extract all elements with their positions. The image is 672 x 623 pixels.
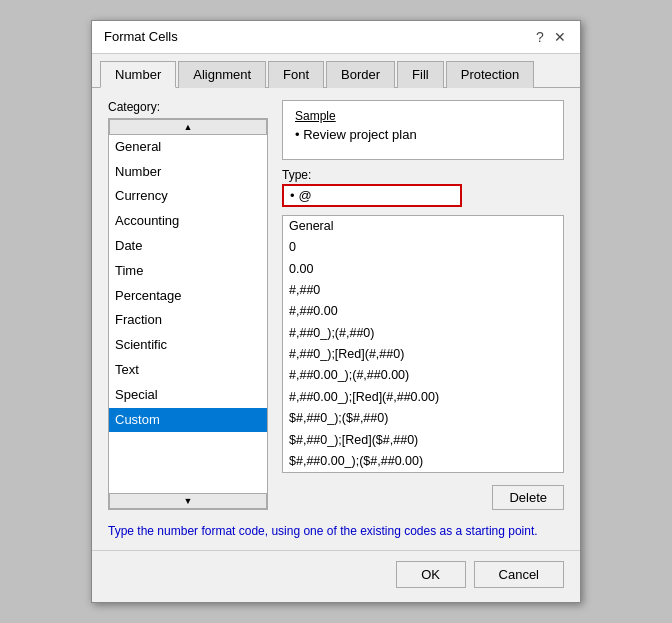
format-item[interactable]: $#,##0.00_);($#,##0.00) xyxy=(283,451,563,472)
sample-value: • Review project plan xyxy=(295,127,551,142)
dialog-footer: OK Cancel xyxy=(92,550,580,602)
category-item[interactable]: Scientific xyxy=(109,333,267,358)
category-item[interactable]: Percentage xyxy=(109,284,267,309)
left-panel: Category: ▲ GeneralNumberCurrencyAccount… xyxy=(108,100,268,511)
format-item[interactable]: 0.00 xyxy=(283,259,563,280)
cancel-button[interactable]: Cancel xyxy=(474,561,564,588)
format-item[interactable]: $#,##0_);($#,##0) xyxy=(283,408,563,429)
title-bar-controls: ? ✕ xyxy=(532,29,568,45)
hint-text: Type the number format code, using one o… xyxy=(108,520,564,538)
category-item[interactable]: Number xyxy=(109,160,267,185)
scroll-up-btn[interactable]: ▲ xyxy=(109,119,267,135)
category-label: Category: xyxy=(108,100,268,114)
format-item[interactable]: 0 xyxy=(283,237,563,258)
format-item[interactable]: #,##0 xyxy=(283,280,563,301)
close-button[interactable]: ✕ xyxy=(552,29,568,45)
type-bullet: • xyxy=(290,188,295,203)
sample-bullet: • xyxy=(295,127,303,142)
format-item[interactable]: #,##0_);(#,##0) xyxy=(283,323,563,344)
format-item[interactable]: #,##0.00_);[Red](#,##0.00) xyxy=(283,387,563,408)
sample-box: Sample • Review project plan xyxy=(282,100,564,160)
tab-alignment[interactable]: Alignment xyxy=(178,61,266,88)
format-list[interactable]: General00.00#,##0#,##0.00#,##0_);(#,##0)… xyxy=(283,216,563,473)
sample-text: Review project plan xyxy=(303,127,416,142)
type-input[interactable] xyxy=(299,188,454,203)
category-item[interactable]: Time xyxy=(109,259,267,284)
format-item[interactable]: #,##0.00 xyxy=(283,301,563,322)
format-item[interactable]: General xyxy=(283,216,563,237)
category-item[interactable]: Accounting xyxy=(109,209,267,234)
category-item[interactable]: Date xyxy=(109,234,267,259)
help-button[interactable]: ? xyxy=(532,29,548,45)
category-item[interactable]: Text xyxy=(109,358,267,383)
tab-content: Category: ▲ GeneralNumberCurrencyAccount… xyxy=(92,88,580,551)
tab-protection[interactable]: Protection xyxy=(446,61,535,88)
right-panel: Sample • Review project plan Type: • Gen… xyxy=(282,100,564,511)
main-area: Category: ▲ GeneralNumberCurrencyAccount… xyxy=(108,100,564,511)
type-section: Type: • xyxy=(282,168,564,207)
delete-btn-area: Delete xyxy=(282,485,564,510)
ok-button[interactable]: OK xyxy=(396,561,466,588)
title-bar: Format Cells ? ✕ xyxy=(92,21,580,54)
category-item[interactable]: Currency xyxy=(109,184,267,209)
tab-font[interactable]: Font xyxy=(268,61,324,88)
scroll-down-btn[interactable]: ▼ xyxy=(109,493,267,509)
category-item[interactable]: Special xyxy=(109,383,267,408)
tab-bar: Number Alignment Font Border Fill Protec… xyxy=(92,54,580,88)
tab-fill[interactable]: Fill xyxy=(397,61,444,88)
delete-button[interactable]: Delete xyxy=(492,485,564,510)
category-item[interactable]: Fraction xyxy=(109,308,267,333)
dialog-title: Format Cells xyxy=(104,29,178,44)
format-item[interactable]: #,##0.00_);(#,##0.00) xyxy=(283,365,563,386)
type-input-wrapper: • xyxy=(282,184,462,207)
category-item[interactable]: Custom xyxy=(109,408,267,433)
tab-number[interactable]: Number xyxy=(100,61,176,88)
tab-border[interactable]: Border xyxy=(326,61,395,88)
category-listbox[interactable]: GeneralNumberCurrencyAccountingDateTimeP… xyxy=(109,135,267,494)
format-list-container: General00.00#,##0#,##0.00#,##0_);(#,##0)… xyxy=(282,215,564,474)
category-item[interactable]: General xyxy=(109,135,267,160)
type-label: Type: xyxy=(282,168,564,182)
category-listbox-container: ▲ GeneralNumberCurrencyAccountingDateTim… xyxy=(108,118,268,511)
format-item[interactable]: #,##0_);[Red](#,##0) xyxy=(283,344,563,365)
format-cells-dialog: Format Cells ? ✕ Number Alignment Font B… xyxy=(91,20,581,604)
format-item[interactable]: $#,##0_);[Red]($#,##0) xyxy=(283,430,563,451)
sample-label: Sample xyxy=(295,109,551,123)
